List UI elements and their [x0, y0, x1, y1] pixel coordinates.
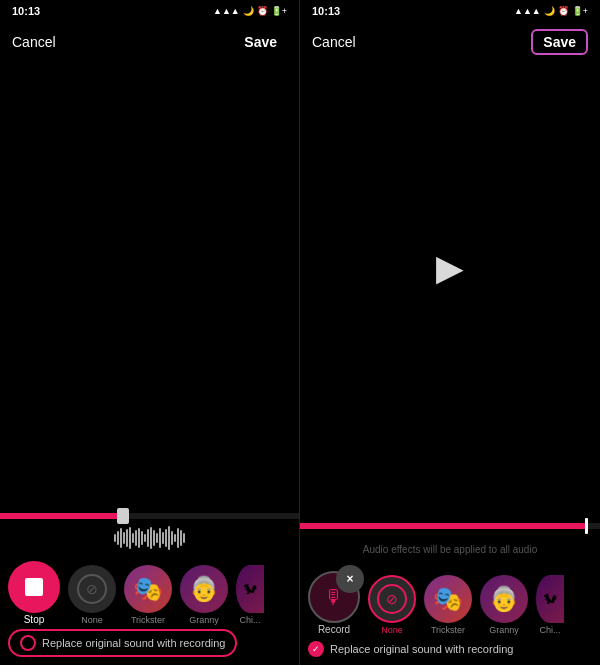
- wave-bar: [156, 533, 158, 543]
- wave-bar: [138, 528, 140, 548]
- wave-bar: [171, 531, 173, 545]
- right-trickster-emoji: 🎭: [433, 587, 463, 611]
- left-filter-none: ⊘ None: [68, 565, 116, 625]
- wave-bar: [129, 527, 131, 549]
- wave-bar: [123, 532, 125, 544]
- wave-bar: [132, 533, 134, 543]
- record-label: Record: [318, 624, 350, 635]
- delete-recording-button[interactable]: ×: [336, 565, 364, 593]
- wave-bar: [126, 529, 128, 547]
- right-progress-thumb[interactable]: [585, 518, 588, 534]
- right-bottom-controls: 🎙 × Record ⊘ None: [300, 563, 600, 665]
- stop-icon: [25, 578, 43, 596]
- left-waveform: [114, 526, 185, 550]
- right-avatar-row: 🎙 × Record ⊘ None: [308, 571, 564, 635]
- right-trickster-label: Trickster: [431, 625, 465, 635]
- right-progress-fill: [300, 523, 585, 529]
- right-time: 10:13: [312, 5, 340, 17]
- left-granny-avatar[interactable]: 👵: [180, 565, 228, 613]
- delete-x-icon: ×: [346, 572, 353, 586]
- partial-emoji: 🐿: [243, 582, 257, 596]
- left-partial-avatar[interactable]: 🐿: [236, 565, 264, 613]
- right-replace-label: Replace original sound with recording: [330, 643, 513, 655]
- right-filter-chip: 🐿 Chi...: [536, 575, 564, 635]
- slash-icon: ⊘: [86, 581, 98, 597]
- right-save-button[interactable]: Save: [531, 29, 588, 55]
- left-stop-item: Stop: [8, 561, 60, 625]
- left-chip-label: Chi...: [239, 615, 260, 625]
- right-waveform-area: Audio effects will be applied to all aud…: [300, 533, 600, 563]
- right-replace-row: ✓ Replace original sound with recording: [308, 641, 513, 657]
- wave-bar: [120, 528, 122, 548]
- wave-bar: [162, 532, 164, 544]
- right-none-label: None: [381, 625, 403, 635]
- none-circle: ⊘: [77, 574, 107, 604]
- right-granny-emoji: 👵: [489, 587, 519, 611]
- wave-bar: [117, 531, 119, 545]
- left-status-icons: ▲▲▲ 🌙 ⏰ 🔋+: [213, 6, 287, 16]
- left-none-label: None: [81, 615, 103, 625]
- left-progress-fill: [0, 513, 120, 519]
- panel-right: 10:13 ▲▲▲ 🌙 ⏰ 🔋+ Cancel Save ▶: [300, 0, 600, 665]
- left-status-bar: 10:13 ▲▲▲ 🌙 ⏰ 🔋+: [0, 0, 299, 22]
- right-record-item: 🎙 × Record: [308, 571, 360, 635]
- panel-left: 10:13 ▲▲▲ 🌙 ⏰ 🔋+ Cancel Save: [0, 0, 300, 665]
- right-moon-icon: 🌙: [544, 6, 555, 16]
- right-cancel-button[interactable]: Cancel: [312, 34, 356, 50]
- right-timeline: Audio effects will be applied to all aud…: [300, 473, 600, 563]
- granny-emoji: 👵: [189, 577, 219, 601]
- right-status-icons: ▲▲▲ 🌙 ⏰ 🔋+: [514, 6, 588, 16]
- wave-bar: [180, 530, 182, 546]
- right-video-area[interactable]: ▶: [300, 62, 600, 473]
- left-cancel-button[interactable]: Cancel: [12, 34, 56, 50]
- left-filter-partial: 🐿 Chi...: [236, 565, 264, 625]
- play-icon[interactable]: ▶: [436, 247, 464, 289]
- wave-bar: [141, 531, 143, 545]
- left-none-avatar[interactable]: ⊘: [68, 565, 116, 613]
- battery-icon: 🔋+: [271, 6, 287, 16]
- left-replace-label: Replace original sound with recording: [42, 637, 225, 649]
- stop-button[interactable]: [8, 561, 60, 613]
- right-status-bar: 10:13 ▲▲▲ 🌙 ⏰ 🔋+: [300, 0, 600, 22]
- right-signal-icon: ▲▲▲: [514, 6, 541, 16]
- wave-bar: [114, 534, 116, 542]
- left-filter-granny: 👵 Granny: [180, 565, 228, 625]
- left-avatar-row: Stop ⊘ None 🎭 Trickster: [8, 561, 264, 625]
- left-replace-box[interactable]: Replace original sound with recording: [8, 629, 237, 657]
- slash-icon-selected: ⊘: [386, 591, 398, 607]
- right-replace-checkbox[interactable]: ✓: [308, 641, 324, 657]
- wave-bar: [168, 526, 170, 550]
- wave-bar: [183, 533, 185, 543]
- right-none-avatar[interactable]: ⊘: [368, 575, 416, 623]
- right-progress-track: [300, 523, 600, 529]
- left-top-bar: Cancel Save: [0, 22, 299, 62]
- right-partial-avatar[interactable]: 🐿: [536, 575, 564, 623]
- left-video-area: [0, 62, 299, 463]
- left-granny-label: Granny: [189, 615, 219, 625]
- left-save-button[interactable]: Save: [234, 31, 287, 53]
- check-icon: ✓: [312, 644, 320, 654]
- wave-bar: [147, 529, 149, 547]
- moon-icon: 🌙: [243, 6, 254, 16]
- right-chip-label: Chi...: [539, 625, 560, 635]
- trickster-emoji: 🎭: [133, 577, 163, 601]
- wave-bar: [150, 527, 152, 549]
- screen-container: 10:13 ▲▲▲ 🌙 ⏰ 🔋+ Cancel Save: [0, 0, 600, 665]
- left-timeline: [0, 463, 299, 553]
- right-granny-label: Granny: [489, 625, 519, 635]
- stop-label: Stop: [24, 614, 45, 625]
- left-progress-thumb[interactable]: [117, 508, 129, 524]
- wave-bar: [159, 528, 161, 548]
- right-trickster-avatar[interactable]: 🎭: [424, 575, 472, 623]
- right-alarm-icon: ⏰: [558, 6, 569, 16]
- wave-bar: [153, 530, 155, 546]
- wave-bar: [165, 529, 167, 547]
- left-replace-checkbox[interactable]: [20, 635, 36, 651]
- wave-bar: [177, 528, 179, 548]
- right-filter-granny: 👵 Granny: [480, 575, 528, 635]
- left-filter-trickster: 🎭 Trickster: [124, 565, 172, 625]
- left-trickster-avatar[interactable]: 🎭: [124, 565, 172, 613]
- right-granny-avatar[interactable]: 👵: [480, 575, 528, 623]
- right-progress-container: [300, 523, 600, 533]
- left-bottom-controls: Stop ⊘ None 🎭 Trickster: [0, 553, 300, 665]
